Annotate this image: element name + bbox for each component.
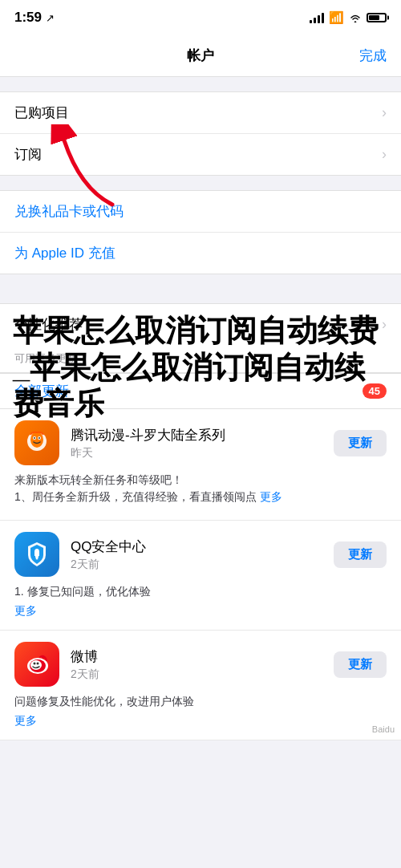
app-update-header-weibo: 微博 2天前 更新 [14,642,387,687]
redeem-card-row[interactable]: 兑换礼品卡或代码 [0,191,401,233]
wifi-symbol [349,13,362,22]
weibo-app-name: 微博 [71,647,334,666]
status-bar: 1:59 ↗ 📶 [0,0,401,35]
personalization-label: 个性化推荐 [14,315,83,334]
signal-bars [310,12,324,23]
baidu-watermark: Baidu [372,724,395,734]
svg-point-12 [37,663,39,665]
weibo-more-link[interactable]: 更多 [14,714,37,727]
manga-app-info: 腾讯动漫-斗罗大陆全系列 昨天 [71,426,334,460]
personalization-section: 个性化推荐 › 可用更多更新 [0,303,401,373]
svg-point-4 [34,437,35,439]
status-icons: 📶 [310,10,387,25]
done-button[interactable]: 完成 [359,47,387,65]
apple-id-recharge-row[interactable]: 为 Apple ID 充值 [0,233,401,274]
section-gap-3 [0,274,401,289]
manga-app-date: 昨天 [71,446,334,460]
link-section: 兑换礼品卡或代码 为 Apple ID 充值 [0,190,401,274]
app-update-item-qq: QQ安全中心 2天前 更新 1. 修复已知问题，优化体验 更多 [0,521,401,631]
weibo-update-button[interactable]: 更新 [334,651,387,678]
subscription-row[interactable]: 订阅 › [0,134,401,175]
qq-more-link[interactable]: 更多 [14,604,37,617]
svg-point-5 [38,437,40,439]
personalization-row[interactable]: 个性化推荐 › [0,304,401,345]
subscription-label: 订阅 [14,145,42,164]
menu-list-section: 已购项目 › 订阅 › [0,91,401,176]
app-update-header-manga: 腾讯动漫-斗罗大陆全系列 昨天 更新 [14,420,387,465]
section-gap-2 [0,176,401,190]
app-update-header-qq: QQ安全中心 2天前 更新 [14,532,387,577]
manga-more-link[interactable]: 更多 [260,490,282,503]
qq-app-date: 2天前 [71,558,334,572]
svg-point-1 [30,432,43,448]
subscription-chevron-icon: › [382,146,387,163]
nav-title: 帐户 [187,47,214,65]
update-note: 可用更多更新 [0,345,401,372]
status-time: 1:59 [14,10,42,26]
battery-icon [367,13,387,22]
all-updates-bar[interactable]: 全部更新 45 [0,373,401,409]
weibo-description: 问题修复及性能优化，改进用户体验 [14,693,387,710]
weibo-app-info: 微博 2天前 [71,647,334,682]
manga-update-button[interactable]: 更新 [334,430,387,456]
baidu-text: Baidu [372,724,395,734]
app-update-item-manga: 腾讯动漫-斗罗大陆全系列 昨天 更新 来新版本玩转全新任务和等级吧！ 1、周任务… [0,409,401,521]
nav-bar: 帐户 完成 [0,35,401,77]
apple-id-recharge-label: 为 Apple ID 充值 [14,245,115,261]
qq-app-info: QQ安全中心 2天前 [71,537,334,572]
redeem-card-label: 兑换礼品卡或代码 [14,204,124,219]
svg-point-7 [36,558,38,560]
wifi-icon: 📶 [329,10,344,25]
update-note-text: 可用更多更新 [14,352,77,364]
page-wrapper: 1:59 ↗ 📶 帐户 完成 [0,0,401,740]
qq-app-name: QQ安全中心 [71,537,334,556]
manga-app-name: 腾讯动漫-斗罗大陆全系列 [71,426,334,444]
manga-app-icon [14,420,59,465]
qq-update-button[interactable]: 更新 [334,541,387,568]
qq-description: 1. 修复已知问题，优化体验 [14,583,387,600]
manga-description: 来新版本玩转全新任务和等级吧！ 1、周任务全新升级，充值得经验，看直播领闯点 更… [14,472,387,505]
weibo-app-icon [14,642,59,687]
personalization-chevron-icon: › [382,316,387,333]
all-updates-label: 全部更新 [14,382,69,400]
purchased-items-label: 已购项目 [14,103,69,122]
battery-fill [369,15,379,20]
purchased-items-row[interactable]: 已购项目 › [0,92,401,134]
weibo-app-date: 2天前 [71,667,334,682]
app-update-item-weibo: 微博 2天前 更新 问题修复及性能优化，改进用户体验 更多 [0,631,401,740]
qq-app-icon [14,532,59,577]
section-gap-1 [0,77,401,91]
location-icon: ↗ [46,12,55,24]
updates-badge: 45 [363,383,387,399]
purchased-chevron-icon: › [382,104,387,121]
svg-point-11 [34,663,36,665]
